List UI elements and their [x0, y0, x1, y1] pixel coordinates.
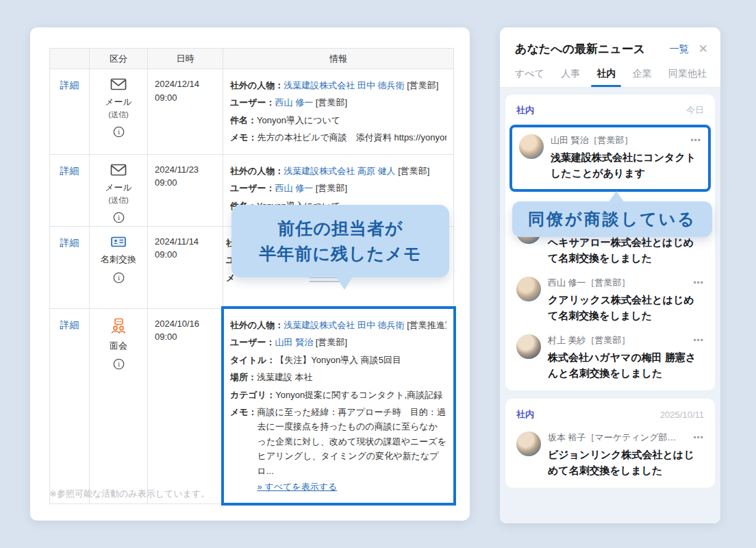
table-row: 詳細 メール (送信) i 2024/12/1409:00 [50, 69, 454, 155]
news-item-name: 村上 美紗［営業部］ [548, 334, 631, 347]
info-cell: 社外の人物：浅葉建設株式会社 田中 徳兵衛 [営業部] ユーザー：西山 修一 [… [223, 69, 454, 155]
more-menu-icon[interactable]: ••• [693, 278, 704, 288]
kind-sub: (送信) [90, 110, 147, 120]
detail-link[interactable]: 詳細 [60, 165, 79, 176]
kind-sub: (送信) [90, 195, 147, 206]
news-panel-header: あなたへの最新ニュース 一覧 ✕ [500, 27, 720, 57]
avatar [516, 277, 541, 301]
svg-text:i: i [117, 274, 119, 282]
svg-text:i: i [117, 360, 119, 368]
news-group-card: 社内 2025/10/11 坂本 裕子［マーケティング部… ••• ビジョンリン… [505, 399, 715, 488]
table-header-row: 区分 日時 情報 [50, 49, 454, 69]
news-category-badge: 社内 [516, 104, 534, 116]
svg-text:i: i [117, 214, 119, 221]
news-item-name: 山田 賢治［営業部］ [551, 134, 633, 147]
news-item[interactable]: 西山 修一［営業部］ ••• クアリックス株式会社とはじめて名刺交換をしました [514, 277, 707, 323]
col-header-info: 情報 [223, 49, 454, 69]
avatar [516, 432, 541, 456]
news-item-body: 株式会社ハガヤマの梅田 勝憲さんと名刺交換をしました [548, 350, 704, 381]
close-icon[interactable]: ✕ [698, 43, 708, 55]
news-panel: あなたへの最新ニュース 一覧 ✕ すべて 人事 社内 企業 同業他社 社内 今日 [500, 27, 720, 523]
info-icon[interactable]: i [113, 358, 125, 370]
more-menu-icon[interactable]: ••• [693, 433, 704, 443]
tab-all[interactable]: すべて [515, 68, 544, 87]
news-item-body: ビジョンリンク株式会社とはじめて名刺交換をしました [548, 447, 704, 478]
news-item-name: 坂本 裕子［マーケティング部… [548, 432, 676, 444]
svg-text:i: i [117, 128, 119, 136]
tab-company[interactable]: 企業 [633, 68, 652, 87]
colleague-callout-text: 同僚が商談している [528, 208, 696, 230]
info-icon[interactable]: i [113, 212, 125, 223]
news-group-head: 社内 今日 [514, 104, 707, 116]
person-link[interactable]: 浅葉建設株式会社 田中 徳兵衛 [284, 80, 404, 90]
col-header-kind: 区分 [90, 49, 148, 69]
news-item-body: 浅葉建設株式会社にコンタクトしたことがあります [551, 150, 701, 181]
memo-callout-bubble: 前任の担当者が 半年前に残したメモ [231, 205, 449, 277]
info-icon[interactable]: i [113, 126, 125, 138]
col-header-datetime: 日時 [148, 49, 223, 69]
kind-label: 名刺交換 [90, 253, 147, 266]
news-item[interactable]: 坂本 裕子［マーケティング部… ••• ビジョンリンク株式会社とはじめて名刺交換… [514, 432, 707, 478]
col-header-empty [50, 49, 90, 69]
datetime-cell: 2024/11/1409:00 [148, 226, 223, 308]
news-item-body: ヘキサアロー株式会社とはじめて名刺交換をしました [548, 235, 704, 266]
meeting-icon [110, 318, 127, 334]
user-link[interactable]: 西山 修一 [275, 183, 314, 193]
datetime-cell: 2024/11/2309:00 [148, 154, 223, 226]
news-group-date: 今日 [686, 104, 704, 116]
colleague-callout-bubble: 同僚が商談している [512, 201, 712, 237]
news-list-link[interactable]: 一覧 [670, 43, 689, 55]
detail-link[interactable]: 詳細 [60, 319, 79, 330]
detail-link[interactable]: 詳細 [60, 237, 79, 248]
news-tabs: すべて 人事 社内 企業 同業他社 [500, 57, 720, 88]
datetime-cell: 2024/10/1609:00 [148, 308, 223, 503]
kind-label: メール [90, 96, 147, 108]
mail-icon [110, 78, 127, 90]
avatar [519, 134, 544, 159]
tab-internal[interactable]: 社内 [596, 68, 616, 87]
info-cell-highlighted: 社外の人物：浅葉建設株式会社 田中 徳兵衛 [営業推進室] ユーザー：山田 賢治… [223, 308, 454, 503]
news-item-name: 西山 修一［営業部］ [548, 277, 631, 289]
news-panel-title: あなたへの最新ニュース [515, 41, 670, 57]
show-all-link[interactable]: » すべてを表示する [257, 482, 338, 492]
tab-competitors[interactable]: 同業他社 [668, 68, 707, 87]
news-group-head: 社内 2025/10/11 [514, 408, 707, 421]
news-group-date: 2025/10/11 [660, 410, 704, 420]
mail-icon [110, 164, 127, 176]
table-row: 詳細 面会 i 2024/10/1609:00 社外の人 [50, 308, 454, 503]
news-panel-body: 社内 今日 山田 賢治［営業部］ ••• 浅葉建設株式会社にコンタクトしたことが… [500, 88, 720, 523]
person-link[interactable]: 浅葉建設株式会社 田中 徳兵衛 [284, 320, 404, 330]
user-link[interactable]: 山田 賢治 [275, 337, 314, 347]
more-menu-icon[interactable]: ••• [690, 136, 701, 145]
tab-hr[interactable]: 人事 [561, 68, 580, 87]
news-item-body: クアリックス株式会社とはじめて名刺交換をしました [548, 292, 704, 323]
memo-callout-line2: 半年前に残したメモ [260, 241, 422, 267]
table-footnote: ※参照可能な活動のみ表示しています。 [49, 488, 210, 500]
memo-callout-line1: 前任の担当者が [277, 216, 403, 242]
person-link[interactable]: 浅葉建設株式会社 高原 健人 [284, 166, 395, 176]
news-group-card: 社内 今日 山田 賢治［営業部］ ••• 浅葉建設株式会社にコンタクトしたことが… [505, 95, 715, 390]
user-link[interactable]: 西山 修一 [275, 97, 314, 108]
detail-link[interactable]: 詳細 [60, 79, 79, 90]
avatar [516, 334, 541, 359]
news-item[interactable]: 村上 美紗［営業部］ ••• 株式会社ハガヤマの梅田 勝憲さんと名刺交換をしまし… [514, 334, 707, 381]
kind-label: メール [90, 182, 147, 194]
news-item-highlighted[interactable]: 山田 賢治［営業部］ ••• 浅葉建設株式会社にコンタクトしたことがあります [509, 125, 711, 192]
news-category-badge: 社内 [516, 408, 534, 421]
datetime-cell: 2024/12/1409:00 [148, 69, 223, 155]
info-icon[interactable]: i [113, 272, 125, 284]
more-menu-icon[interactable]: ••• [693, 336, 704, 345]
card-exchange-icon [110, 236, 127, 248]
page: 区分 日時 情報 詳細 メール (送信) i [0, 0, 756, 548]
kind-label: 面会 [90, 340, 147, 352]
